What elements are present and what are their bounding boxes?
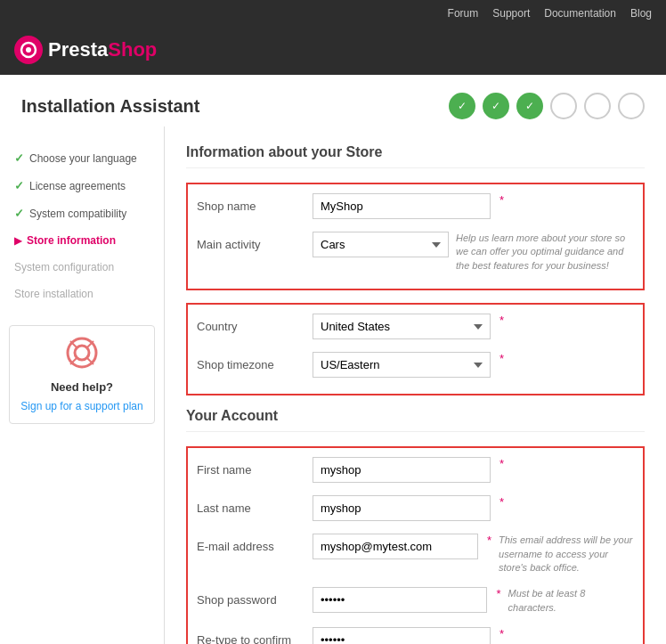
help-support-link[interactable]: Sign up for a support plan xyxy=(20,400,142,412)
main-activity-hint: Help us learn more about your store so w… xyxy=(456,232,634,273)
timezone-label: Shop timezone xyxy=(197,352,313,371)
email-input[interactable] xyxy=(313,534,478,559)
main-activity-select[interactable]: Cars Fashion Electronics Food Other xyxy=(313,232,449,257)
timezone-row: Shop timezone US/Eastern US/Central US/M… xyxy=(197,352,634,378)
account-section-title: Your Account xyxy=(186,408,645,432)
check-icon: ✓ xyxy=(14,207,24,220)
required-star: * xyxy=(500,314,504,327)
main-activity-label: Main activity xyxy=(197,232,313,251)
first-name-label: First name xyxy=(197,457,313,477)
blog-link[interactable]: Blog xyxy=(630,7,652,20)
forum-link[interactable]: Forum xyxy=(448,7,479,20)
email-field: * This email address will be your userna… xyxy=(313,534,634,575)
step-3: ✓ xyxy=(516,93,543,119)
main-activity-field: Cars Fashion Electronics Food Other Help… xyxy=(313,232,634,273)
sidebar-item-compatibility[interactable]: ✓ System compatibility xyxy=(0,200,164,227)
logo: PrestaShop xyxy=(48,38,157,61)
step-1: ✓ xyxy=(449,93,475,119)
check-icon: ✓ xyxy=(14,179,24,192)
confirm-row: Re-type to confirm * xyxy=(197,627,634,644)
store-info-section-title: Information about your Store xyxy=(186,144,645,168)
shop-name-field: * xyxy=(313,193,634,219)
help-title: Need help? xyxy=(20,380,143,394)
password-row: Shop password * Must be at least 8 chara… xyxy=(197,587,634,615)
timezone-select[interactable]: US/Eastern US/Central US/Mountain US/Pac… xyxy=(313,352,491,378)
top-navigation: Forum Support Documentation Blog xyxy=(0,0,666,27)
sidebar: ✓ Choose your language ✓ License agreeme… xyxy=(0,126,165,644)
last-name-input[interactable] xyxy=(313,495,491,521)
main-activity-row: Main activity Cars Fashion Electronics F… xyxy=(197,232,634,273)
step-5 xyxy=(584,93,611,119)
required-star: * xyxy=(487,534,491,547)
step-4 xyxy=(550,93,577,119)
password-hint: Must be at least 8 characters. xyxy=(508,587,634,615)
main-content: Information about your Store Shop name *… xyxy=(165,126,666,644)
required-star: * xyxy=(500,352,504,365)
password-field: * Must be at least 8 characters. xyxy=(313,587,634,615)
account-group: First name * Last name * E-mail address xyxy=(186,446,645,644)
sidebar-item-system-config[interactable]: System configuration xyxy=(0,254,164,281)
shop-name-label: Shop name xyxy=(197,193,313,213)
shop-name-row: Shop name * xyxy=(197,193,634,219)
first-name-field: * xyxy=(313,457,634,483)
country-row: Country United States United Kingdom Fra… xyxy=(197,314,634,339)
step-2: ✓ xyxy=(483,93,509,119)
sidebar-item-store-info[interactable]: ▶ Store information xyxy=(0,227,164,254)
required-star: * xyxy=(500,457,504,470)
email-label: E-mail address xyxy=(197,534,313,553)
progress-steps: ✓ ✓ ✓ xyxy=(449,86,645,126)
first-name-input[interactable] xyxy=(313,457,491,483)
shop-name-input[interactable] xyxy=(313,193,491,219)
arrow-icon: ▶ xyxy=(14,235,21,247)
first-name-row: First name * xyxy=(197,457,634,483)
email-row: E-mail address * This email address will… xyxy=(197,534,634,575)
support-link[interactable]: Support xyxy=(492,7,530,20)
password-label: Shop password xyxy=(197,587,313,607)
country-label: Country xyxy=(197,314,313,333)
documentation-link[interactable]: Documentation xyxy=(544,7,616,20)
last-name-field: * xyxy=(313,495,634,521)
help-icon xyxy=(20,337,143,375)
page-header: Installation Assistant ✓ ✓ ✓ xyxy=(0,75,666,126)
sidebar-item-language[interactable]: ✓ Choose your language xyxy=(0,144,164,172)
main-container: ✓ Choose your language ✓ License agreeme… xyxy=(0,126,666,644)
help-box: Need help? Sign up for a support plan xyxy=(9,325,155,424)
site-header: PrestaShop xyxy=(0,27,666,75)
location-group: Country United States United Kingdom Fra… xyxy=(186,303,645,395)
required-star: * xyxy=(500,495,504,509)
email-hint: This email address will be your username… xyxy=(499,534,634,575)
required-star: * xyxy=(496,587,500,600)
svg-point-1 xyxy=(26,47,31,53)
confirm-label: Re-type to confirm xyxy=(197,627,313,644)
timezone-field: US/Eastern US/Central US/Mountain US/Pac… xyxy=(313,352,634,378)
logo-icon xyxy=(14,36,43,64)
sidebar-item-license[interactable]: ✓ License agreements xyxy=(0,172,164,200)
password-input[interactable] xyxy=(313,587,487,613)
last-name-label: Last name xyxy=(197,495,313,515)
step-6 xyxy=(618,93,645,119)
required-star: * xyxy=(500,627,504,640)
country-field: United States United Kingdom France Germ… xyxy=(313,314,634,339)
last-name-row: Last name * xyxy=(197,495,634,521)
check-icon: ✓ xyxy=(14,151,24,165)
required-star: * xyxy=(500,193,504,207)
sidebar-item-store-install[interactable]: Store installation xyxy=(0,281,164,307)
country-select[interactable]: United States United Kingdom France Germ… xyxy=(313,314,491,339)
confirm-field: * xyxy=(313,627,634,644)
page-title: Installation Assistant xyxy=(21,96,199,117)
confirm-input[interactable] xyxy=(313,627,491,644)
store-details-group: Shop name * Main activity Cars Fashion E… xyxy=(186,183,645,290)
